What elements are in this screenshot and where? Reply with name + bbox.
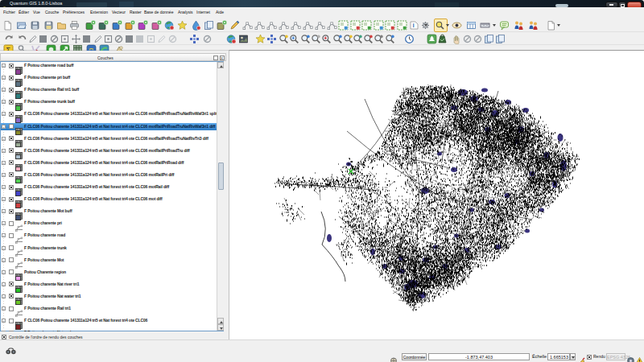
svg-text:i: i — [413, 22, 415, 29]
